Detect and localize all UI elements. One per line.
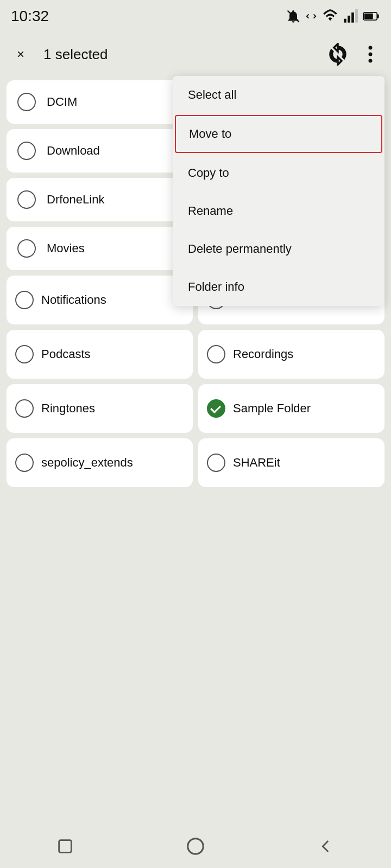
more-vert-icon — [368, 44, 373, 64]
folder-label-sepolicy: sepolicy_extends — [41, 455, 133, 471]
status-bar: 10:32 — [0, 0, 391, 33]
data-icon — [305, 9, 317, 24]
square-icon — [56, 837, 74, 856]
folder-label-dcim: DCIM — [47, 94, 77, 110]
list-item[interactable]: Recordings — [198, 330, 384, 379]
wifi-icon — [321, 9, 339, 24]
list-item[interactable]: Ringtones — [7, 384, 193, 433]
navigation-bar — [0, 825, 391, 868]
sync-icon — [326, 43, 349, 66]
folder-label-ringtones: Ringtones — [41, 401, 95, 417]
status-time: 10:32 — [11, 8, 49, 25]
radio-shareit[interactable] — [207, 454, 225, 472]
list-item[interactable]: Sample Folder — [198, 384, 384, 433]
menu-item-select-all[interactable]: Select all — [173, 76, 384, 114]
radio-podcasts[interactable] — [15, 345, 34, 363]
folder-label-download: Download — [47, 143, 100, 159]
folder-label-sample-folder: Sample Folder — [233, 401, 311, 417]
app-bar-actions — [326, 42, 382, 66]
svg-point-12 — [188, 839, 204, 854]
radio-sepolicy[interactable] — [15, 454, 34, 472]
signal-icon — [343, 9, 358, 24]
menu-item-move-to[interactable]: Move to — [175, 115, 382, 153]
sync-button[interactable] — [326, 42, 350, 66]
svg-rect-4 — [355, 9, 358, 22]
folder-label-shareit: SHAREit — [233, 455, 280, 471]
radio-notifications[interactable] — [15, 291, 34, 309]
radio-dcim[interactable] — [17, 93, 36, 111]
mute-icon — [286, 9, 301, 24]
svg-rect-6 — [377, 15, 379, 18]
menu-item-delete-permanently[interactable]: Delete permanently — [173, 230, 384, 268]
radio-download[interactable] — [17, 142, 36, 160]
radio-movies[interactable] — [17, 239, 36, 258]
menu-item-copy-to[interactable]: Copy to — [173, 154, 384, 192]
close-button[interactable]: × — [9, 42, 33, 66]
radio-recordings[interactable] — [207, 345, 225, 363]
radio-drfonelink[interactable] — [17, 190, 36, 209]
battery-icon — [363, 9, 380, 24]
nav-back-button[interactable] — [310, 830, 342, 863]
radio-ringtones[interactable] — [15, 399, 34, 418]
radio-sample-folder[interactable] — [207, 399, 225, 418]
svg-rect-11 — [59, 840, 72, 853]
svg-point-8 — [369, 46, 373, 50]
nav-home-button[interactable] — [179, 830, 212, 863]
nav-recents-button[interactable] — [49, 830, 81, 863]
back-icon — [317, 837, 335, 856]
svg-point-10 — [369, 59, 373, 63]
list-item[interactable]: sepolicy_extends — [7, 438, 193, 487]
app-bar: × 1 selected — [0, 33, 391, 76]
svg-rect-1 — [344, 19, 346, 23]
context-menu: Select all Move to Copy to Rename Delete… — [173, 76, 384, 306]
list-item[interactable]: Notifications — [7, 276, 193, 324]
list-item[interactable]: Podcasts — [7, 330, 193, 379]
folder-label-recordings: Recordings — [233, 347, 293, 362]
menu-item-folder-info[interactable]: Folder info — [173, 268, 384, 306]
selection-title: 1 selected — [43, 46, 315, 63]
folder-label-notifications: Notifications — [41, 292, 106, 308]
circle-icon — [185, 836, 206, 857]
svg-rect-2 — [348, 16, 350, 23]
svg-rect-3 — [351, 12, 354, 23]
svg-rect-7 — [364, 14, 373, 19]
folder-label-drfonelink: DrfoneLink — [47, 192, 104, 208]
menu-item-rename[interactable]: Rename — [173, 192, 384, 230]
svg-point-9 — [369, 53, 373, 56]
folder-label-movies: Movies — [47, 241, 85, 257]
more-options-button[interactable] — [358, 42, 382, 66]
status-icons — [286, 9, 380, 24]
folder-label-podcasts: Podcasts — [41, 347, 91, 362]
list-item[interactable]: SHAREit — [198, 438, 384, 487]
